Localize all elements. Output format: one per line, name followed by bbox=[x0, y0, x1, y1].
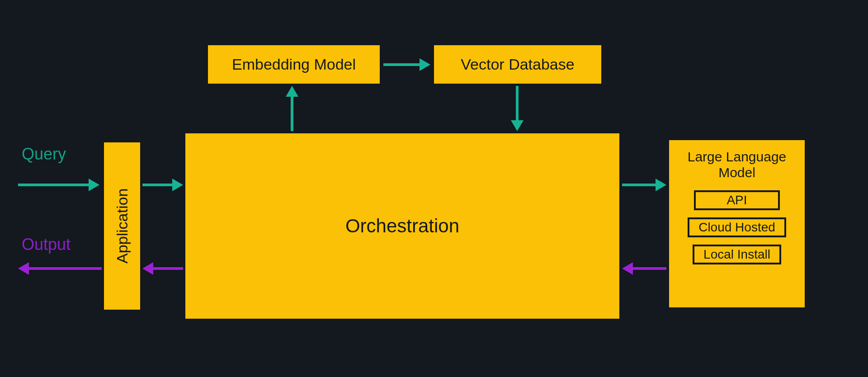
llm-option-cloud: Cloud Hosted bbox=[688, 217, 786, 237]
arrow-application-to-output bbox=[18, 262, 102, 275]
output-label: Output bbox=[22, 235, 71, 254]
embedding-model-node-label: Embedding Model bbox=[232, 56, 356, 73]
vector-database-node-label: Vector Database bbox=[461, 56, 574, 73]
application-node: Application bbox=[104, 142, 140, 310]
arrow-vectordb-to-orchestration bbox=[511, 86, 524, 131]
arrow-orchestration-to-embedding bbox=[286, 86, 298, 131]
embedding-model-node: Embedding Model bbox=[208, 45, 380, 84]
query-label: Query bbox=[22, 145, 66, 164]
arrow-llm-to-orchestration bbox=[622, 262, 666, 275]
arrow-orchestration-to-llm bbox=[622, 179, 666, 191]
diagram-canvas: Query Output Application Orchestration E… bbox=[0, 0, 868, 377]
arrow-orchestration-to-application bbox=[142, 262, 183, 275]
arrow-query-to-application bbox=[18, 179, 99, 191]
arrow-application-to-orchestration bbox=[142, 179, 183, 191]
application-node-label: Application bbox=[113, 188, 131, 264]
arrow-embedding-to-vectordb bbox=[383, 58, 430, 71]
llm-node: Large Language Model API Cloud Hosted Lo… bbox=[669, 140, 805, 307]
llm-option-local: Local Install bbox=[693, 245, 781, 264]
vector-database-node: Vector Database bbox=[434, 45, 601, 84]
orchestration-node-label: Orchestration bbox=[345, 215, 459, 237]
llm-option-api: API bbox=[694, 190, 780, 210]
llm-node-title: Large Language Model bbox=[678, 149, 796, 180]
orchestration-node: Orchestration bbox=[185, 133, 619, 319]
